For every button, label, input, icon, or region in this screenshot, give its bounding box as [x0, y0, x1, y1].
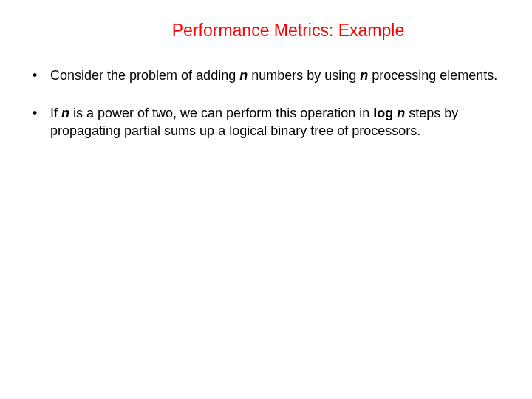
bullet-text: Consider the problem of adding n numbers…: [50, 67, 502, 84]
list-item: • Consider the problem of adding n numbe…: [30, 67, 502, 84]
bullet-dot: •: [30, 105, 50, 122]
bullet-dot: •: [30, 67, 50, 84]
list-item: • If n is a power of two, we can perform…: [30, 105, 502, 140]
bullet-list: • Consider the problem of adding n numbe…: [30, 67, 502, 140]
slide-title: Performance Metrics: Example: [74, 21, 502, 41]
bullet-text: If n is a power of two, we can perform t…: [50, 105, 502, 140]
